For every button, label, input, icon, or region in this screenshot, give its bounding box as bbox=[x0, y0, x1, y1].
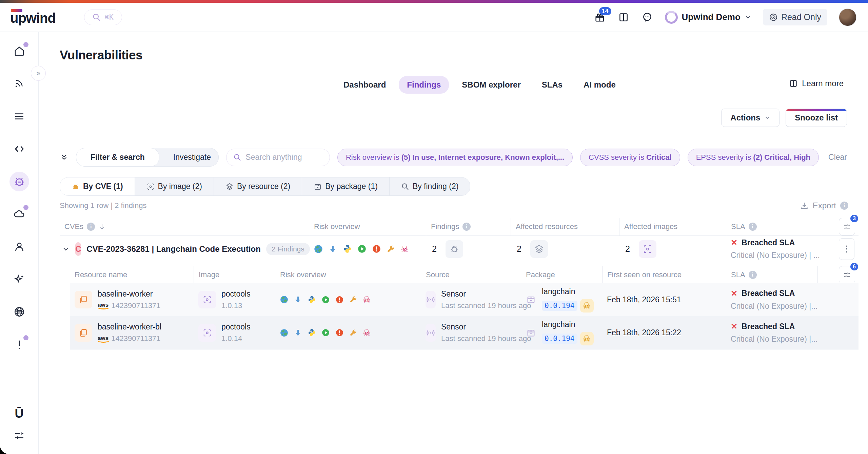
col-risk-overview: Risk overview bbox=[280, 270, 326, 279]
col-package: Package bbox=[526, 270, 555, 279]
settings-badge: 6 bbox=[850, 263, 858, 270]
segment-investigate[interactable]: Investigate bbox=[159, 148, 219, 166]
sla-detail: Critical (No Exposure) | ... bbox=[731, 251, 821, 260]
search-anything-input[interactable] bbox=[245, 153, 323, 162]
scan-icon bbox=[198, 291, 216, 308]
risk-overview-icons: ☠ bbox=[275, 328, 421, 337]
vulnerable-version-skull-icon: ☠ bbox=[580, 332, 594, 345]
critical-skull-icon: ☠ bbox=[401, 245, 409, 253]
sidebar-item-events[interactable] bbox=[9, 74, 29, 94]
sidebar: » Ū bbox=[0, 32, 39, 454]
info-icon: i bbox=[87, 223, 95, 231]
column-settings-button[interactable]: 3 bbox=[839, 218, 855, 235]
filter-mode-segment: Filter & search Investigate bbox=[76, 148, 219, 167]
org-name: Upwind Demo bbox=[682, 12, 741, 22]
download-icon bbox=[800, 201, 809, 210]
sensor-icon bbox=[426, 324, 436, 342]
sla-detail: Critical (No Exposure) |... bbox=[731, 302, 817, 311]
col-findings: Findings bbox=[431, 222, 459, 231]
resource-copy-icon bbox=[75, 291, 92, 308]
user-avatar[interactable] bbox=[839, 8, 856, 26]
tab-by-resource[interactable]: By resource (2) bbox=[214, 177, 302, 195]
resource-name[interactable]: baseline-worker bbox=[98, 289, 160, 299]
sla-cell: ✕Breached SLA Critical (No Exposure) |..… bbox=[726, 289, 817, 311]
package-name[interactable]: langchain bbox=[542, 287, 594, 296]
sidebar-expand-button[interactable]: » bbox=[31, 66, 46, 81]
info-icon: i bbox=[749, 223, 757, 231]
gift-icon[interactable]: 14 bbox=[594, 11, 606, 23]
aws-icon: aws bbox=[98, 335, 108, 343]
search-shortcut: ⌘K bbox=[104, 13, 114, 21]
sidebar-item-cloud[interactable] bbox=[9, 204, 29, 224]
resource-name[interactable]: baseline-worker-bl bbox=[98, 322, 161, 332]
tab-by-package[interactable]: By package (1) bbox=[302, 177, 390, 195]
resource-copy-icon bbox=[75, 324, 92, 342]
tab-slas[interactable]: SLAs bbox=[534, 76, 571, 94]
tab-by-cve[interactable]: By CVE (1) bbox=[60, 177, 135, 195]
sidebar-item-alerts[interactable] bbox=[9, 335, 29, 354]
col-cves: CVEs bbox=[64, 222, 83, 231]
chevron-expand-icon[interactable] bbox=[62, 245, 70, 253]
sidebar-item-ai[interactable] bbox=[9, 269, 29, 289]
row-menu-button[interactable]: ⋮ bbox=[839, 238, 854, 260]
snooze-label: Snooze list bbox=[795, 113, 838, 122]
image-name[interactable]: poctools bbox=[221, 322, 251, 332]
sidebar-item-vulnerabilities[interactable] bbox=[9, 172, 29, 191]
learn-more-link[interactable]: Learn more bbox=[789, 79, 844, 88]
fix-available-wrench-icon bbox=[349, 329, 357, 337]
sidebar-item-network[interactable] bbox=[9, 302, 29, 322]
feedback-chat-icon[interactable] bbox=[641, 11, 653, 23]
tab-ai-mode[interactable]: AI mode bbox=[575, 76, 624, 94]
global-search[interactable]: ⌘K bbox=[84, 10, 122, 25]
filter-chip-epss[interactable]: EPSS severity is (2) Critical, High bbox=[688, 149, 819, 166]
sidebar-item-identity[interactable] bbox=[9, 237, 29, 257]
sidebar-item-home[interactable] bbox=[9, 41, 29, 61]
clear-filters-button[interactable]: Clear bbox=[828, 153, 847, 162]
package-name[interactable]: langchain bbox=[542, 320, 594, 329]
notification-dot bbox=[23, 205, 28, 210]
tab-by-image[interactable]: By image (2) bbox=[135, 177, 214, 195]
tab-findings[interactable]: Findings bbox=[399, 76, 449, 94]
risk-overview-icons: ☠ bbox=[275, 295, 421, 304]
finding-row[interactable]: baseline-worker-bl aws142390711371 pocto… bbox=[70, 316, 859, 349]
ingress-arrow-down-icon bbox=[294, 296, 302, 304]
search-icon bbox=[233, 153, 241, 162]
chevron-down-icon bbox=[764, 115, 770, 121]
snooze-list-button[interactable]: Snooze list bbox=[786, 109, 847, 127]
collapse-filters-icon[interactable] bbox=[60, 153, 68, 162]
showing-summary: Showing 1 row | 2 findings bbox=[60, 201, 146, 210]
sidebar-item-list[interactable] bbox=[9, 107, 29, 126]
export-button[interactable]: Export i bbox=[800, 201, 848, 210]
ingress-arrow-down-icon bbox=[329, 245, 337, 253]
cve-table-header: CVEs i Risk overview Findingsi Affected … bbox=[60, 218, 859, 233]
sidebar-settings-icon[interactable] bbox=[13, 430, 25, 442]
scan-icon bbox=[639, 240, 656, 258]
segment-filter-search[interactable]: Filter & search bbox=[76, 148, 159, 167]
filter-chip-risk-overview[interactable]: Risk overview is (5) In use, Internet ex… bbox=[337, 149, 573, 166]
col-affected-resources: Affected resources bbox=[516, 222, 578, 231]
column-settings-button[interactable]: 6 bbox=[839, 266, 855, 284]
cve-title[interactable]: CVE-2023-36281 | Langchain Code Executio… bbox=[86, 244, 261, 254]
finding-row[interactable]: baseline-worker aws142390711371 poctools… bbox=[70, 283, 859, 316]
upwind-mark[interactable]: Ū bbox=[15, 406, 24, 421]
tab-by-finding[interactable]: By finding (2) bbox=[390, 177, 470, 195]
panels-icon[interactable] bbox=[617, 11, 630, 23]
notification-dot bbox=[23, 42, 28, 47]
search-icon bbox=[92, 13, 101, 22]
aws-icon: aws bbox=[98, 302, 108, 309]
actions-button[interactable]: Actions bbox=[721, 109, 780, 127]
tab-sbom-explorer[interactable]: SBOM explorer bbox=[454, 76, 529, 94]
known-exploit-alert-icon bbox=[372, 244, 381, 253]
cve-group-row[interactable]: C CVE-2023-36281 | Langchain Code Execut… bbox=[60, 235, 859, 262]
sort-desc-icon[interactable] bbox=[98, 223, 106, 230]
tab-dashboard[interactable]: Dashboard bbox=[335, 76, 394, 94]
breach-x-icon: ✕ bbox=[731, 322, 737, 331]
internet-exposure-globe-icon bbox=[280, 295, 289, 304]
org-switcher[interactable]: Upwind Demo bbox=[665, 11, 751, 24]
sidebar-item-code[interactable] bbox=[9, 139, 29, 159]
search-anything-box[interactable] bbox=[226, 149, 330, 166]
source-last-scanned: Last scanned 19 hours ago bbox=[441, 334, 531, 343]
upwind-logo[interactable]: upwind bbox=[10, 8, 56, 26]
filter-chip-cvss[interactable]: CVSS severity is Critical bbox=[580, 149, 680, 166]
image-name[interactable]: poctools bbox=[221, 289, 251, 299]
